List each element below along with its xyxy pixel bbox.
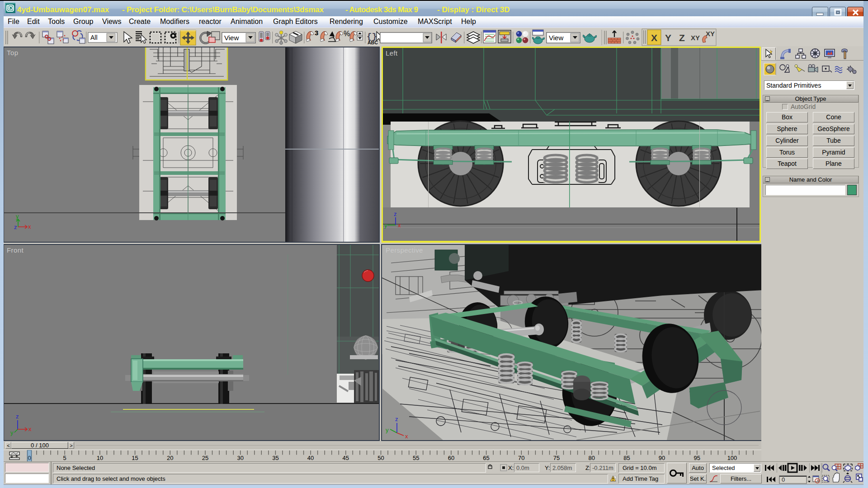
- svg-text:View: View: [549, 34, 563, 42]
- svg-text:x: x: [405, 433, 408, 440]
- svg-text:100: 100: [727, 455, 737, 461]
- svg-text:20: 20: [167, 455, 173, 461]
- svg-text:25: 25: [202, 455, 208, 461]
- svg-text:x: x: [398, 222, 401, 229]
- svg-text:10: 10: [97, 455, 103, 461]
- svg-text:30: 30: [237, 455, 243, 461]
- svg-text:z: z: [394, 211, 397, 217]
- svg-text:Z: Z: [679, 33, 685, 43]
- svg-text:x: x: [28, 223, 31, 230]
- svg-text:y: y: [384, 222, 387, 229]
- svg-text:All: All: [90, 34, 98, 41]
- svg-text:35: 35: [272, 455, 278, 461]
- svg-text:40: 40: [307, 455, 314, 461]
- svg-text:%: %: [344, 30, 350, 38]
- svg-text:z: z: [14, 224, 17, 230]
- svg-text:50: 50: [377, 455, 384, 461]
- svg-text:z: z: [16, 413, 19, 420]
- svg-text:X: X: [651, 33, 657, 43]
- svg-text:View: View: [224, 34, 239, 42]
- svg-text:90: 90: [659, 455, 665, 461]
- svg-text:0: 0: [28, 455, 31, 461]
- svg-text:x: x: [28, 426, 32, 432]
- svg-text:55: 55: [413, 455, 419, 461]
- svg-text:y: y: [10, 429, 14, 436]
- svg-text:5: 5: [63, 455, 66, 461]
- svg-text:80: 80: [588, 455, 594, 461]
- svg-text:60: 60: [448, 455, 454, 461]
- svg-text:z: z: [395, 416, 398, 422]
- svg-text:75: 75: [553, 455, 560, 461]
- svg-text:15: 15: [132, 455, 138, 461]
- svg-text:45: 45: [343, 455, 349, 461]
- svg-text:y: y: [16, 213, 19, 220]
- svg-text:XY: XY: [691, 34, 700, 42]
- svg-text:0: 0: [782, 476, 785, 483]
- svg-text:Y: Y: [665, 33, 671, 43]
- svg-text:y: y: [386, 427, 389, 433]
- svg-text:85: 85: [623, 455, 630, 461]
- svg-text:65: 65: [483, 455, 489, 461]
- svg-text:70: 70: [518, 455, 524, 461]
- svg-text:95: 95: [694, 455, 700, 461]
- svg-text:3: 3: [315, 29, 318, 37]
- svg-text:XY: XY: [706, 30, 715, 38]
